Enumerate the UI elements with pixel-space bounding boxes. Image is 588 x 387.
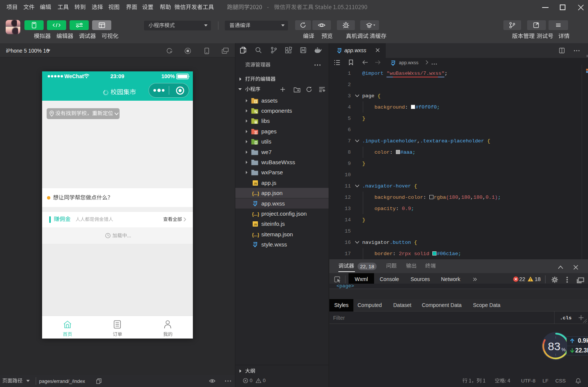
svg-text:{...}: {...} <box>252 232 259 237</box>
svg-text:JS: JS <box>253 223 257 226</box>
svg-text:%: % <box>561 347 566 352</box>
svg-text:JS: JS <box>253 181 257 185</box>
svg-text:{...}: {...} <box>252 211 259 216</box>
svg-text:{...}: {...} <box>252 191 259 196</box>
svg-text:83: 83 <box>548 340 560 352</box>
